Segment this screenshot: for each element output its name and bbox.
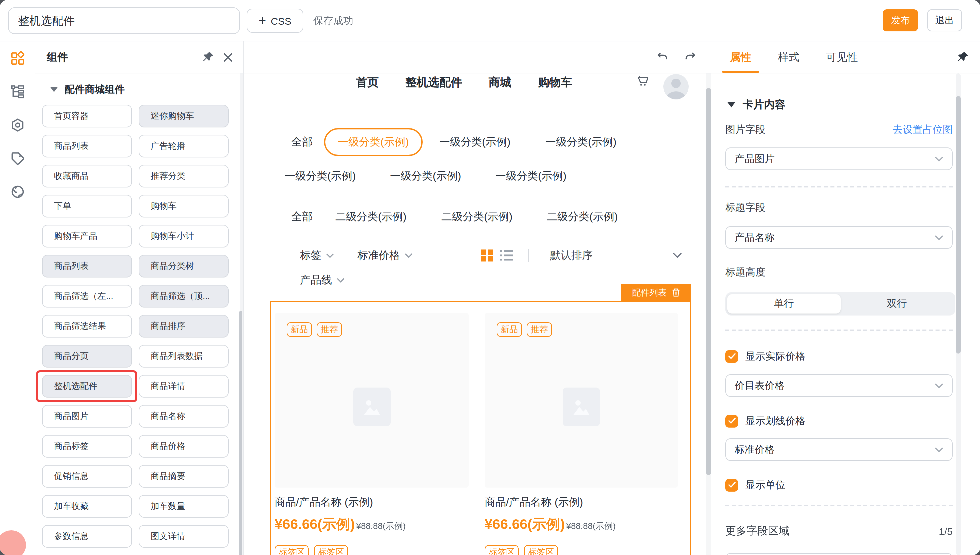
panel-scrollbar-thumb[interactable] <box>239 311 242 555</box>
component-item[interactable]: 收藏商品 <box>42 165 132 188</box>
pin-icon[interactable] <box>202 51 215 63</box>
component-item[interactable]: 商品筛选结果 <box>42 315 132 338</box>
component-item[interactable]: 商品标签 <box>42 435 132 457</box>
category-selected-pill[interactable]: 一级分类(示例) <box>324 128 423 156</box>
component-item[interactable]: 商品分类树 <box>139 255 229 278</box>
component-item[interactable]: 购物车产品 <box>42 225 132 247</box>
component-item[interactable]: 商品筛选（左... <box>42 285 132 308</box>
publish-button[interactable]: 发布 <box>882 9 918 31</box>
component-item[interactable]: 广告轮播 <box>139 135 229 157</box>
set-placeholder-link[interactable]: 去设置占位图 <box>893 124 953 136</box>
category-item[interactable]: 一级分类(示例) <box>545 128 616 156</box>
show-actual-price-checkbox[interactable]: 显示实际价格 <box>725 350 805 363</box>
close-icon[interactable] <box>223 52 233 63</box>
component-item[interactable]: 加车收藏 <box>42 495 132 518</box>
list-view-icon[interactable] <box>500 250 513 261</box>
component-item[interactable]: 推荐分类 <box>139 165 229 188</box>
component-item[interactable]: 图文详情 <box>139 525 229 548</box>
subcategory-item[interactable]: 二级分类(示例) <box>441 210 512 224</box>
component-item[interactable]: 商品列表数据 <box>139 345 229 367</box>
component-item[interactable]: 商品详情 <box>139 375 229 398</box>
page-builder-app: + CSS 保存成功 发布 退出 <box>0 0 980 555</box>
tab-properties[interactable]: 属性 <box>721 41 761 73</box>
grid-view-icon[interactable] <box>481 249 493 261</box>
hexagon-settings-icon[interactable] <box>10 117 26 133</box>
pin-icon[interactable] <box>957 51 969 63</box>
tree-icon[interactable] <box>10 84 26 99</box>
filter-product-line-dropdown[interactable]: 产品线 <box>300 274 345 287</box>
component-item[interactable]: 加车数量 <box>139 495 229 518</box>
chevron-down-icon <box>337 278 345 283</box>
component-item-selected[interactable]: 整机选配件 <box>42 375 132 398</box>
component-item[interactable]: 促销信息 <box>42 465 132 488</box>
component-item[interactable]: 商品摘要 <box>139 465 229 488</box>
category-all[interactable]: 全部 <box>291 128 313 156</box>
component-item[interactable]: 商品价格 <box>139 435 229 457</box>
tag-icon[interactable] <box>10 151 26 166</box>
component-item[interactable]: 商品筛选（顶... <box>139 285 229 308</box>
component-item[interactable]: 购物车 <box>139 195 229 217</box>
component-group-header[interactable]: 配件商城组件 <box>50 82 125 97</box>
option-double-line[interactable]: 双行 <box>840 294 953 313</box>
product-card[interactable]: 新品 推荐 商品/产品名称 (示例) ¥66.66(示例) ¥88.88(示例) <box>484 313 678 555</box>
tab-style[interactable]: 样式 <box>769 41 809 73</box>
component-item[interactable]: 商品列表 <box>42 135 132 157</box>
globe-icon[interactable] <box>10 184 26 199</box>
panel-scrollbar[interactable] <box>240 73 243 555</box>
selected-component-label[interactable]: 配件列表 <box>621 284 691 301</box>
undo-icon[interactable] <box>656 51 669 64</box>
chevron-down-icon[interactable] <box>673 252 682 258</box>
collapse-triangle-icon <box>50 87 58 92</box>
components-icon[interactable] <box>10 51 26 66</box>
filter-price-dropdown[interactable]: 标准价格 <box>357 249 412 262</box>
category-item[interactable]: 一级分类(示例) <box>496 169 566 183</box>
option-single-line[interactable]: 单行 <box>727 294 840 313</box>
trash-icon[interactable] <box>672 288 680 297</box>
component-item[interactable]: 商品排序 <box>139 315 229 338</box>
nav-item-cart[interactable]: 购物车 <box>538 75 572 90</box>
show-unit-checkbox[interactable]: 显示单位 <box>725 478 785 492</box>
sort-dropdown-label[interactable]: 默认排序 <box>550 249 593 262</box>
component-item[interactable]: 首页容器 <box>42 105 132 127</box>
more-fields-select[interactable] <box>725 553 953 555</box>
inspector-scrollbar-thumb[interactable] <box>956 96 961 354</box>
component-item[interactable]: 参数信息 <box>42 525 132 548</box>
filter-tag-dropdown[interactable]: 标签 <box>300 249 334 262</box>
nav-item-home[interactable]: 首页 <box>356 75 379 90</box>
more-fields-label: 更多字段区域 <box>725 525 789 538</box>
nav-item-configurator[interactable]: 整机选配件 <box>405 75 462 90</box>
redo-icon[interactable] <box>683 51 697 64</box>
subcategory-item[interactable]: 二级分类(示例) <box>547 210 618 224</box>
subcategory-all[interactable]: 全部 <box>291 210 313 224</box>
show-strike-price-checkbox[interactable]: 显示划线价格 <box>725 414 805 428</box>
exit-button[interactable]: 退出 <box>927 9 962 31</box>
tab-visibility[interactable]: 可见性 <box>817 41 867 73</box>
component-item[interactable]: 迷你购物车 <box>139 105 229 127</box>
page-title-input[interactable] <box>8 7 240 34</box>
avatar[interactable] <box>663 74 689 99</box>
title-field-select[interactable]: 产品名称 <box>725 226 953 249</box>
collapse-triangle-icon <box>727 102 735 107</box>
category-item[interactable]: 一级分类(示例) <box>285 169 356 183</box>
cart-icon[interactable] <box>636 74 650 88</box>
strike-price-select[interactable]: 标准价格 <box>725 438 953 461</box>
nav-item-mall[interactable]: 商城 <box>489 75 512 90</box>
section-card-content[interactable]: 卡片内容 <box>727 98 785 112</box>
subcategory-item[interactable]: 二级分类(示例) <box>335 210 406 224</box>
image-field-select[interactable]: 产品图片 <box>725 148 953 170</box>
actual-price-select[interactable]: 价目表价格 <box>725 374 953 397</box>
inspector-scrollbar[interactable] <box>956 73 961 555</box>
component-item[interactable]: 商品列表 <box>42 255 132 278</box>
canvas-scrollbar[interactable] <box>706 73 711 555</box>
css-button-label: CSS <box>271 15 291 26</box>
component-item[interactable]: 商品分页 <box>42 345 132 367</box>
category-item[interactable]: 一级分类(示例) <box>390 169 461 183</box>
component-item[interactable]: 下单 <box>42 195 132 217</box>
category-item[interactable]: 一级分类(示例) <box>439 128 510 156</box>
add-css-button[interactable]: + CSS <box>247 9 303 33</box>
component-item[interactable]: 商品图片 <box>42 405 132 428</box>
canvas-scrollbar-thumb[interactable] <box>706 88 711 475</box>
component-item[interactable]: 购物车小计 <box>139 225 229 247</box>
product-card[interactable]: 新品 推荐 商品/产品名称 (示例) ¥66.66(示例) ¥88.88(示例) <box>275 313 468 555</box>
component-item[interactable]: 商品名称 <box>139 405 229 428</box>
